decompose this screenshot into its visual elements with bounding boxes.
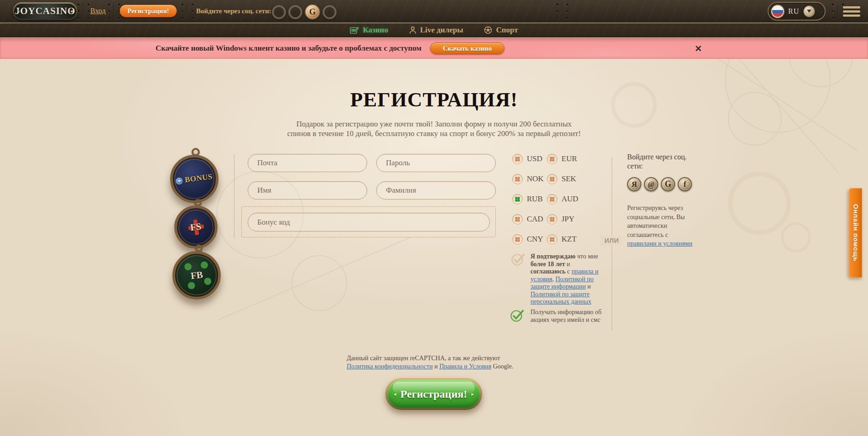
currency-radio[interactable] <box>547 154 557 164</box>
currency-options: USD EUR NOK SEK RUB AUD CAD JPY <box>512 149 588 249</box>
facebook-icon[interactable]: f <box>322 5 337 19</box>
online-help-tab[interactable]: Онлайн помощь <box>849 188 862 278</box>
currency-radio[interactable] <box>512 154 523 164</box>
left-arrow-icon: ◂ <box>394 391 396 398</box>
google-icon[interactable]: G <box>661 177 675 191</box>
social-column-buttons: Я @ G f <box>627 177 692 191</box>
download-client-banner: Скачайте новый Windows клиент казино и з… <box>0 38 868 59</box>
currency-option-cny[interactable]: CNY <box>512 229 547 249</box>
live-dealer-person-icon <box>409 26 416 34</box>
top-bar: JOYCASINO Вход Регистрация! Войдите чере… <box>0 0 868 23</box>
social-login-prompt: Войдите через соц. сети: <box>196 7 271 15</box>
tab-casino-label: Казино <box>363 26 388 35</box>
language-dropdown-button[interactable] <box>803 5 815 17</box>
slot-machine-icon <box>350 26 359 34</box>
page-title: РЕГИСТРАЦИЯ! <box>0 88 868 111</box>
subtitle-line-1: Подарок за регистрацию уже почти твой! З… <box>0 119 868 129</box>
download-casino-button[interactable]: Скачать казино <box>430 42 504 54</box>
currency-option-nok[interactable]: NOK <box>512 169 547 189</box>
or-divider-label: ИЛИ <box>600 236 623 246</box>
firstname-input[interactable] <box>248 181 367 200</box>
right-arrow-icon: ▸ <box>471 391 474 398</box>
yandex-icon[interactable]: Я <box>272 5 286 19</box>
online-help-label: Онлайн помощь <box>852 204 859 262</box>
lastname-input[interactable] <box>376 181 496 200</box>
currency-option-jpy[interactable]: JPY <box>547 209 588 229</box>
email-input[interactable] <box>248 154 367 172</box>
facebook-icon[interactable]: f <box>678 177 692 191</box>
bonus-coin-icon <box>176 177 183 185</box>
subtitle-line-2: спинов в течение 10 дней, бесплатную ста… <box>0 129 868 138</box>
mailru-icon[interactable]: @ <box>644 177 658 191</box>
currency-option-usd[interactable]: USD <box>512 149 547 169</box>
mailru-icon[interactable]: @ <box>288 5 302 19</box>
google-icon[interactable]: G <box>305 4 320 20</box>
promo-checkbox-text: Получать информацию об акциях через имей… <box>530 309 603 324</box>
personal-data-policy-link[interactable]: Политикой по защите персональных данных <box>530 291 591 305</box>
russian-flag-icon <box>771 5 784 18</box>
checkbox-age-terms[interactable] <box>511 252 527 266</box>
main-navigation: Казино Live дилеры Спорт <box>0 23 868 37</box>
freespins-badge: FS <box>174 205 218 249</box>
checkbox-promo[interactable] <box>510 308 526 322</box>
social-terms-link[interactable]: правилами и условиями <box>627 240 692 247</box>
currency-option-eur[interactable]: EUR <box>547 149 588 169</box>
tab-live-dealers[interactable]: Live дилеры <box>409 26 463 35</box>
menu-icon[interactable] <box>843 6 860 19</box>
currency-option-cad[interactable]: CAD <box>512 209 547 229</box>
currency-radio[interactable] <box>512 194 523 205</box>
tab-sport[interactable]: Спорт <box>484 26 518 35</box>
currency-option-sek[interactable]: SEK <box>547 169 588 189</box>
panel-seam <box>556 2 568 20</box>
close-icon[interactable]: ✕ <box>693 43 704 54</box>
google-terms-link[interactable]: Правила и Условия <box>439 363 491 370</box>
panel-seam <box>182 2 193 20</box>
recaptcha-note: Данный сайт защищен reCAPTCHA, а так же … <box>347 354 526 370</box>
currency-option-kzt[interactable]: KZT <box>547 229 588 249</box>
joycasino-logo[interactable]: JOYCASINO <box>13 2 78 20</box>
freebet-badge: FB <box>172 251 221 299</box>
currency-radio[interactable] <box>512 234 523 245</box>
currency-radio[interactable] <box>512 174 523 184</box>
password-input[interactable] <box>376 154 496 172</box>
currency-radio[interactable] <box>547 234 557 245</box>
freespins-badge-label: FS <box>190 221 202 234</box>
panel-seam <box>832 2 844 20</box>
page-subtitle: Подарок за регистрацию уже почти твой! З… <box>0 119 868 138</box>
form-left-divider <box>234 154 234 238</box>
joycasino-logo-text: JOYCASINO <box>14 4 76 19</box>
privacy-policy-link[interactable]: Политика конфиденциальности <box>347 363 433 370</box>
topbar-social-buttons: Я @ G f <box>272 4 337 20</box>
language-selector[interactable]: RU <box>768 2 826 21</box>
social-column-heading: Войдите через соц. сети: <box>627 152 696 171</box>
joycasino-registration-page: JOYCASINO Вход Регистрация! Войдите чере… <box>0 0 868 436</box>
social-column-note: Регистрируясь через социальные сети, Вы … <box>627 204 696 248</box>
register-submit-button[interactable]: ◂ Регистрация! ▸ <box>385 378 482 410</box>
chevron-down-icon <box>807 10 811 13</box>
panel-seam <box>108 2 120 20</box>
tab-casino[interactable]: Казино <box>350 26 388 35</box>
register-top-button[interactable]: Регистрация! <box>120 5 177 17</box>
banner-message: Скачайте новый Windows клиент казино и з… <box>156 38 421 59</box>
soccer-ball-icon <box>484 26 492 34</box>
freebet-badge-label: FB <box>190 269 203 282</box>
currency-option-aud[interactable]: AUD <box>547 189 588 209</box>
login-link[interactable]: Вход <box>90 7 106 15</box>
currency-radio[interactable] <box>547 214 557 225</box>
tab-live-dealers-label: Live дилеры <box>420 26 463 35</box>
bonus-badge-label: BONUS <box>184 172 213 184</box>
bonus-badge: BONUS <box>170 155 218 203</box>
age-terms-text: Я подтверждаю что мне более 18 лет и сог… <box>530 253 601 306</box>
panel-seam <box>78 2 89 20</box>
bonuscode-input[interactable] <box>248 213 490 231</box>
language-code-label: RU <box>788 7 799 16</box>
currency-radio[interactable] <box>512 214 523 225</box>
submit-label: Регистрация! <box>400 388 467 400</box>
currency-radio[interactable] <box>547 194 557 205</box>
tab-sport-label: Спорт <box>496 26 518 35</box>
currency-radio[interactable] <box>547 174 557 184</box>
currency-option-rub[interactable]: RUB <box>512 189 547 209</box>
yandex-icon[interactable]: Я <box>627 177 641 191</box>
